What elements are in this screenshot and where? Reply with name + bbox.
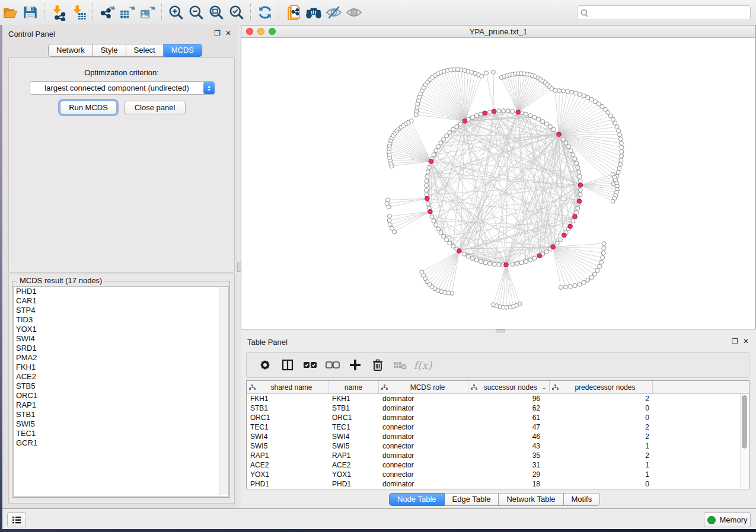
list-scrollbar[interactable] [219, 287, 228, 495]
network-node[interactable] [497, 109, 501, 113]
network-node[interactable] [569, 149, 573, 153]
network-node[interactable] [617, 129, 621, 133]
network-node[interactable] [480, 74, 484, 78]
network-node[interactable] [511, 109, 515, 113]
network-node[interactable] [619, 141, 623, 145]
close-window-button[interactable] [246, 28, 253, 35]
network-node[interactable] [619, 158, 623, 162]
network-node[interactable] [574, 91, 578, 95]
export-table-icon[interactable] [117, 2, 138, 23]
network-node[interactable] [558, 238, 562, 242]
mcds-result-item[interactable]: YOX1 [14, 325, 228, 334]
zoom-out-icon[interactable] [186, 2, 206, 23]
network-node[interactable] [519, 261, 524, 265]
network-node[interactable] [445, 238, 449, 242]
mcds-result-item[interactable]: STB1 [14, 410, 228, 419]
memory-button[interactable]: Memory [704, 512, 751, 527]
network-node[interactable] [616, 171, 620, 175]
refresh-icon[interactable] [255, 2, 275, 23]
network-node[interactable] [548, 124, 552, 129]
network-node[interactable] [502, 109, 506, 113]
network-node[interactable] [618, 162, 623, 166]
network-node[interactable] [589, 275, 594, 280]
column-header-shared-name[interactable]: shared name [247, 381, 328, 393]
add-column-icon[interactable] [344, 355, 366, 375]
network-node[interactable] [577, 170, 581, 174]
search-field[interactable] [577, 5, 751, 20]
select-all-checkboxes-icon[interactable] [299, 355, 321, 375]
network-hub-node[interactable] [504, 262, 509, 267]
network-node[interactable] [575, 161, 579, 165]
table-scrollbar[interactable] [740, 394, 748, 488]
network-node[interactable] [578, 174, 582, 178]
float-panel-icon[interactable]: ❐ [732, 337, 738, 345]
network-node[interactable] [578, 193, 582, 197]
network-node[interactable] [448, 241, 452, 245]
network-node[interactable] [576, 165, 580, 169]
network-node[interactable] [555, 241, 559, 245]
network-node[interactable] [409, 119, 413, 123]
network-node[interactable] [425, 174, 429, 178]
mcds-result-item[interactable]: ORC1 [14, 391, 228, 400]
task-history-button[interactable] [7, 512, 26, 527]
network-node[interactable] [432, 219, 436, 223]
table-row[interactable]: ACE2ACE2connector311 [247, 460, 749, 470]
network-node[interactable] [620, 145, 624, 149]
import-table-icon[interactable] [69, 2, 89, 23]
network-hub-node[interactable] [578, 183, 583, 188]
network-node[interactable] [425, 179, 429, 183]
network-node[interactable] [570, 90, 574, 94]
network-node[interactable] [559, 286, 563, 290]
mcds-result-item[interactable]: STB5 [14, 382, 228, 391]
network-node[interactable] [420, 270, 424, 274]
network-node[interactable] [598, 264, 602, 268]
maximize-window-button[interactable] [269, 28, 276, 35]
network-node[interactable] [432, 153, 436, 157]
network-node[interactable] [564, 141, 568, 145]
network-hub-node[interactable] [577, 199, 582, 204]
network-node[interactable] [442, 137, 446, 142]
table-row[interactable]: PHD1PHD1dominator180 [247, 479, 749, 489]
network-node[interactable] [491, 303, 495, 307]
network-node[interactable] [544, 249, 548, 254]
table-row[interactable]: RAP1RAP1dominator352 [247, 451, 749, 460]
network-node[interactable] [483, 261, 487, 265]
network-node[interactable] [434, 149, 438, 153]
tab-node-table[interactable]: Node Table [389, 493, 445, 506]
network-node[interactable] [515, 261, 519, 265]
table-row[interactable]: YOX1YOX1connector291 [247, 470, 749, 479]
network-canvas[interactable] [241, 38, 755, 329]
network-node[interactable] [445, 134, 449, 138]
network-node[interactable] [569, 284, 573, 289]
network-node[interactable] [470, 257, 474, 261]
tab-network-table[interactable]: Network Table [499, 493, 563, 506]
network-node[interactable] [532, 257, 537, 261]
export-network-icon[interactable] [97, 2, 117, 23]
column-header-MCDS-role[interactable]: MCDS role [379, 381, 468, 393]
network-node[interactable] [442, 234, 446, 238]
network-node[interactable] [386, 198, 390, 202]
mcds-result-item[interactable]: TID3 [14, 315, 228, 325]
deselect-all-checkboxes-icon[interactable] [321, 355, 344, 375]
network-node[interactable] [439, 141, 443, 145]
delete-table-icon[interactable] [389, 355, 412, 375]
delete-column-icon[interactable] [366, 355, 389, 375]
network-node[interactable] [602, 242, 606, 246]
column-header-successor-nodes[interactable]: successor nodes⌄ [468, 381, 550, 393]
network-node[interactable] [618, 133, 622, 137]
settings-gear-icon[interactable] [254, 355, 276, 375]
network-node[interactable] [617, 166, 621, 171]
network-node[interactable] [578, 188, 582, 192]
network-node[interactable] [448, 130, 452, 134]
network-node[interactable] [524, 112, 528, 116]
network-node[interactable] [462, 252, 466, 256]
network-node[interactable] [387, 219, 391, 223]
network-node[interactable] [615, 125, 619, 129]
close-panel-button[interactable]: Close panel [124, 101, 186, 114]
mcds-result-item[interactable]: CAR1 [14, 296, 228, 306]
mcds-result-item[interactable]: TEC1 [14, 429, 228, 438]
network-node[interactable] [488, 261, 492, 265]
network-node[interactable] [620, 150, 624, 154]
network-node[interactable] [488, 110, 492, 114]
mcds-result-item[interactable]: PMA2 [14, 353, 228, 363]
